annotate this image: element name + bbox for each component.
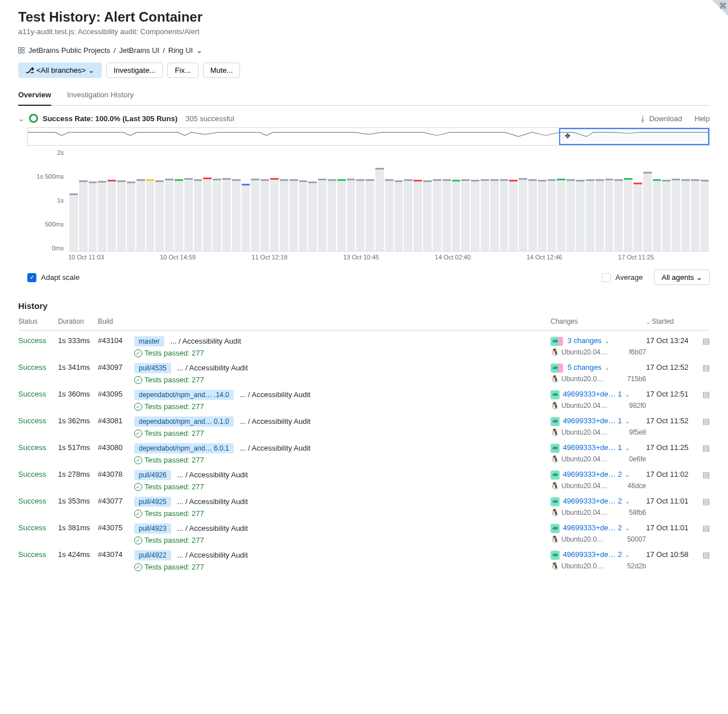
chart-bar[interactable] bbox=[366, 149, 374, 251]
chart-bar[interactable] bbox=[701, 149, 709, 251]
chart-bar[interactable] bbox=[413, 149, 422, 251]
build-cell[interactable]: #43075 bbox=[98, 523, 134, 532]
chart-bar[interactable] bbox=[194, 149, 202, 251]
branch-tag[interactable]: pull/4923 bbox=[134, 523, 171, 534]
col-status[interactable]: Status bbox=[18, 317, 58, 325]
table-row[interactable]: Success 1s 381ms #43075 pull/4923 ... / … bbox=[18, 518, 710, 544]
branch-tag[interactable]: master bbox=[134, 336, 164, 346]
changes-link[interactable]: 49699333+de… 2 bbox=[563, 497, 622, 505]
chart-bar[interactable] bbox=[614, 149, 623, 251]
chart-bar[interactable] bbox=[98, 149, 106, 251]
chart-bar[interactable] bbox=[270, 149, 279, 251]
chart-bar[interactable] bbox=[175, 149, 183, 251]
changes-link[interactable]: 49699333+de… 2 bbox=[563, 470, 622, 478]
avatar[interactable]: 49 bbox=[551, 551, 560, 560]
build-cell[interactable]: #43095 bbox=[98, 390, 134, 398]
chart-bar[interactable] bbox=[672, 149, 680, 251]
agent-name[interactable]: Ubuntu20.0… bbox=[561, 535, 603, 543]
chevron-down-icon[interactable]: ⌄ bbox=[625, 472, 630, 478]
table-row[interactable]: Success 1s 278ms #43078 pull/4926 ... / … bbox=[18, 464, 710, 491]
branch-tag[interactable]: dependabot/npm_and… 0.1.0 bbox=[134, 416, 234, 427]
chart-bar[interactable] bbox=[605, 149, 614, 251]
chart-bar[interactable] bbox=[643, 149, 652, 251]
avatar[interactable]: 49 bbox=[551, 417, 560, 426]
tab-overview[interactable]: Overview bbox=[18, 90, 51, 106]
log-icon[interactable]: ▤ bbox=[702, 470, 710, 479]
chevron-down-icon[interactable]: ⌄ bbox=[625, 418, 630, 424]
chart-bar[interactable] bbox=[653, 149, 661, 251]
agent-name[interactable]: Ubuntu20.04… bbox=[561, 509, 607, 517]
chart-bar[interactable] bbox=[566, 149, 575, 251]
chart-bar[interactable] bbox=[242, 149, 250, 251]
chevron-down-icon[interactable]: ⌄ bbox=[625, 552, 630, 558]
table-row[interactable]: Success 1s 424ms #43074 pull/4922 ... / … bbox=[18, 544, 710, 571]
chart-bar[interactable] bbox=[127, 149, 135, 251]
breadcrumb-item[interactable]: JetBrains Public Projects bbox=[28, 46, 110, 55]
changes-link[interactable]: 49699333+de… 1 bbox=[563, 443, 622, 452]
commit-hash[interactable]: 52d2b bbox=[627, 562, 646, 570]
chart-bar[interactable] bbox=[662, 149, 671, 251]
chart-bar[interactable] bbox=[117, 149, 126, 251]
changes-link[interactable]: 49699333+de… 2 bbox=[563, 550, 622, 559]
chart-bar[interactable] bbox=[691, 149, 700, 251]
chart-bar[interactable] bbox=[165, 149, 173, 251]
chart-bar[interactable] bbox=[624, 149, 632, 251]
build-cell[interactable]: #43080 bbox=[98, 443, 134, 452]
branch-tag[interactable]: dependabot/npm_and… .14.0 bbox=[134, 390, 234, 400]
agent-name[interactable]: Ubuntu20.04… bbox=[561, 455, 607, 463]
chart-bar[interactable] bbox=[681, 149, 690, 251]
breadcrumb-item[interactable]: JetBrains UI bbox=[119, 46, 159, 55]
avatar[interactable]: 49 bbox=[551, 497, 560, 506]
build-cell[interactable]: #43097 bbox=[98, 363, 134, 372]
agent-name[interactable]: Ubuntu20.04… bbox=[561, 482, 607, 490]
chart-bar[interactable] bbox=[79, 149, 88, 251]
chart-bar[interactable] bbox=[509, 149, 518, 251]
chart-bar[interactable] bbox=[595, 149, 604, 251]
chart-bar[interactable] bbox=[260, 149, 269, 251]
chart-bar[interactable] bbox=[347, 149, 355, 251]
branch-tag[interactable]: pull/4535 bbox=[134, 363, 171, 373]
chart-bar[interactable] bbox=[528, 149, 537, 251]
agent-name[interactable]: Ubuntu20.04… bbox=[561, 348, 607, 356]
overview-minimap[interactable]: ✥ bbox=[27, 127, 710, 146]
chart-bar[interactable] bbox=[634, 149, 642, 251]
chart-bar[interactable] bbox=[538, 149, 547, 251]
col-started[interactable]: ⌄Started bbox=[646, 317, 695, 325]
chart-bar[interactable] bbox=[69, 149, 78, 251]
avatar[interactable] bbox=[559, 337, 563, 346]
build-path[interactable]: ... / Accessibility Audit bbox=[240, 444, 311, 452]
chart-bar[interactable] bbox=[548, 149, 556, 251]
chevron-down-icon[interactable]: ⌄ bbox=[625, 525, 630, 531]
avatar[interactable]: 49 bbox=[551, 390, 560, 399]
minimap-selection[interactable]: ✥ bbox=[559, 128, 709, 145]
chevron-down-icon[interactable]: ⌄ bbox=[625, 391, 630, 398]
build-cell[interactable]: #43077 bbox=[98, 497, 134, 505]
commit-hash[interactable]: 58fb6 bbox=[629, 509, 646, 517]
avatar[interactable]: 49 bbox=[551, 524, 560, 533]
chart-bar[interactable] bbox=[222, 149, 231, 251]
breadcrumb-item[interactable]: Ring UI bbox=[168, 46, 193, 55]
log-icon[interactable]: ▤ bbox=[702, 390, 710, 399]
chart-bar[interactable] bbox=[442, 149, 451, 251]
chart-bar[interactable] bbox=[184, 149, 193, 251]
agent-name[interactable]: Ubuntu20.0… bbox=[561, 562, 603, 570]
build-path[interactable]: ... / Accessibility Audit bbox=[171, 337, 241, 345]
commit-hash[interactable]: 982f0 bbox=[629, 402, 646, 410]
chart-bar[interactable] bbox=[308, 149, 317, 251]
chart-bar[interactable] bbox=[490, 149, 499, 251]
chart-bar[interactable] bbox=[385, 149, 394, 251]
agent-name[interactable]: Ubuntu20.0… bbox=[561, 375, 603, 383]
col-build[interactable]: Build bbox=[98, 317, 134, 325]
chart-bars[interactable] bbox=[68, 149, 710, 251]
table-row[interactable]: Success 1s 517ms #43080 dependabot/npm_a… bbox=[18, 438, 710, 464]
chevron-down-icon[interactable]: ⌄ bbox=[605, 338, 609, 344]
build-path[interactable]: ... / Accessibility Audit bbox=[177, 524, 248, 533]
chart-bar[interactable] bbox=[433, 149, 441, 251]
agent-name[interactable]: Ubuntu20.04… bbox=[561, 402, 607, 410]
chart-bar[interactable] bbox=[155, 149, 164, 251]
commit-hash[interactable]: 715b6 bbox=[627, 375, 646, 383]
table-row[interactable]: Success 1s 362ms #43081 dependabot/npm_a… bbox=[18, 411, 710, 438]
chart-bar[interactable] bbox=[232, 149, 241, 251]
log-icon[interactable]: ▤ bbox=[702, 363, 710, 372]
build-path[interactable]: ... / Accessibility Audit bbox=[177, 471, 248, 479]
